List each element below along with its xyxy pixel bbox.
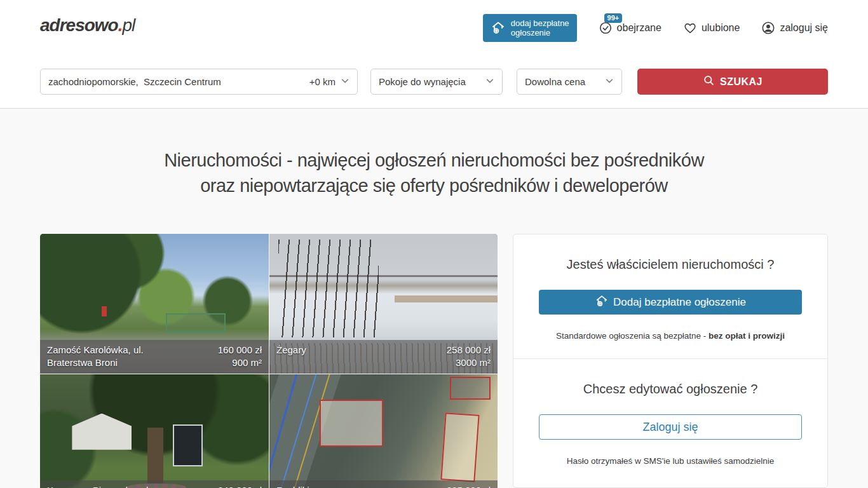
radius-dropdown[interactable]: +0 km <box>309 76 349 87</box>
listing-area: 3000 m² <box>456 356 491 369</box>
logo-main: adresowo <box>40 15 118 35</box>
listing-price: 258 000 zł <box>447 344 491 356</box>
favorites-link[interactable]: ulubione <box>683 21 740 35</box>
login-link[interactable]: zaloguj się <box>761 21 828 35</box>
search-icon <box>703 74 715 89</box>
listing-caption: Żegary258 000 zł 3000 m² <box>269 340 498 374</box>
photo-shape <box>147 428 163 486</box>
price-value: Dowolna cena <box>525 76 585 87</box>
search-button[interactable]: SZUKAJ <box>637 69 828 95</box>
photo-shape <box>278 240 379 337</box>
owner-heading: Jesteś właścicielem nieruchomości ? <box>539 257 802 272</box>
photo-shape <box>395 295 498 302</box>
listing-caption: Koronowo Pieszycka, ul.240 000 zł <box>40 480 269 488</box>
listing-caption: Rychliki385 000 zł <box>269 480 498 488</box>
listing-title: Żegary <box>276 344 306 356</box>
add-listing-button[interactable]: dodaj bezpłatne ogłoszenie <box>483 14 577 42</box>
login-label: zaloguj się <box>780 22 828 34</box>
photo-shape <box>72 414 132 450</box>
search-button-label: SZUKAJ <box>720 76 763 88</box>
property-type-select[interactable]: Pokoje do wynajęcia <box>370 69 503 95</box>
logo-suffix: pl <box>122 15 135 35</box>
add-free-listing-label: Dodaj bezpłatne ogłoszenie <box>613 296 746 309</box>
location-input[interactable] <box>48 76 309 87</box>
listing-title: Braterstwa Broni <box>47 356 118 369</box>
listing-price: 385 000 zł <box>447 484 491 488</box>
favorites-label: ulubione <box>702 22 740 34</box>
chevron-down-icon <box>341 76 349 87</box>
viewed-link[interactable]: 99+ obejrzane <box>599 21 661 35</box>
header-actions: dodaj bezpłatne ogłoszenie 99+ obejrzane <box>483 0 828 56</box>
listing-title: Zamość Karolówka, ul. <box>47 344 144 356</box>
location-box: +0 km <box>40 69 358 95</box>
listing-photo <box>269 374 498 488</box>
user-icon <box>761 21 775 35</box>
listing-title: Koronowo Pieszycka, ul. <box>47 484 151 488</box>
viewed-label: obejrzane <box>617 22 661 34</box>
listings-grid: Zamość Karolówka, ul.160 000 zł Braterst… <box>40 234 498 488</box>
check-circle-icon <box>599 21 613 35</box>
edit-section: Chcesz edytować ogłoszenie ? Zaloguj się… <box>513 359 827 484</box>
listing-card[interactable]: Koronowo Pieszycka, ul.240 000 zł <box>40 374 269 488</box>
house-plus-icon <box>595 294 609 311</box>
house-plus-icon <box>491 20 506 37</box>
logo[interactable]: adresowo.pl <box>40 15 135 36</box>
add-free-listing-button[interactable]: Dodaj bezpłatne ogłoszenie <box>539 290 802 315</box>
photo-shape <box>320 400 384 447</box>
edit-heading: Chcesz edytować ogłoszenie ? <box>539 382 802 396</box>
topbar: adresowo.pl dodaj bezpłatne ogłoszenie 9… <box>0 0 868 56</box>
photo-shape <box>450 377 491 399</box>
listing-price: 240 000 zł <box>218 484 262 488</box>
listing-photo <box>40 374 269 488</box>
viewed-count-badge: 99+ <box>604 13 623 23</box>
property-type-value: Pokoje do wynajęcia <box>379 76 466 87</box>
page: adresowo.pl dodaj bezpłatne ogłoszenie 9… <box>0 0 868 488</box>
listing-card[interactable]: Żegary258 000 zł 3000 m² <box>269 234 498 374</box>
listing-card[interactable]: Rychliki385 000 zł <box>269 374 498 488</box>
owner-panel: Jesteś właścicielem nieruchomości ? Doda… <box>513 234 828 488</box>
login-button[interactable]: Zaloguj się <box>539 414 802 440</box>
photo-shape <box>440 412 479 482</box>
photo-shape <box>173 424 203 466</box>
listing-area: 900 m² <box>232 356 262 369</box>
page-title: Nieruchomości - najwięcej ogłoszeń nieru… <box>0 147 868 198</box>
search-bar: +0 km Pokoje do wynajęcia Dowolna cena S… <box>40 69 828 95</box>
heart-icon <box>683 21 697 35</box>
owner-note: Standardowe ogłoszenia są bezpłatne - be… <box>539 331 802 341</box>
chevron-down-icon <box>485 76 494 87</box>
listing-caption: Zamość Karolówka, ul.160 000 zł Braterst… <box>40 340 269 374</box>
listing-card[interactable]: Zamość Karolówka, ul.160 000 zł Braterst… <box>40 234 269 374</box>
photo-shape <box>166 313 226 333</box>
price-select[interactable]: Dowolna cena <box>517 69 622 95</box>
edit-note: Hasło otrzymałeś w SMS'ie lub ustawiłeś … <box>539 456 802 466</box>
listing-title: Rychliki <box>276 484 309 488</box>
add-listing-label: dodaj bezpłatne ogłoszenie <box>511 18 569 37</box>
radius-value: +0 km <box>309 76 336 87</box>
owner-section: Jesteś właścicielem nieruchomości ? Doda… <box>513 234 827 358</box>
listing-price: 160 000 zł <box>218 344 262 356</box>
photo-shape <box>102 306 107 316</box>
chevron-down-icon <box>605 76 614 87</box>
